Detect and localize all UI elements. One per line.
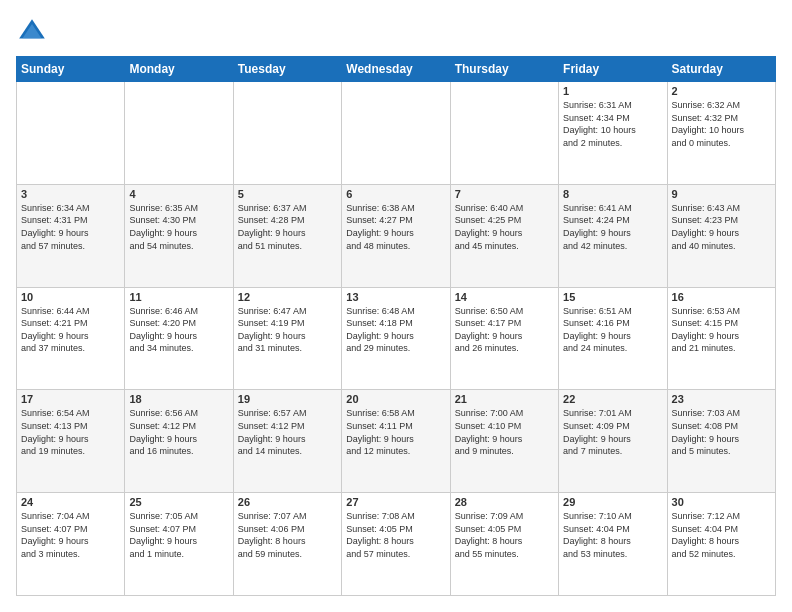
- day-number: 10: [21, 291, 120, 303]
- day-info: Sunrise: 6:40 AM Sunset: 4:25 PM Dayligh…: [455, 202, 554, 252]
- calendar-header-saturday: Saturday: [667, 57, 775, 82]
- calendar-day: 6Sunrise: 6:38 AM Sunset: 4:27 PM Daylig…: [342, 184, 450, 287]
- day-info: Sunrise: 6:50 AM Sunset: 4:17 PM Dayligh…: [455, 305, 554, 355]
- day-info: Sunrise: 7:03 AM Sunset: 4:08 PM Dayligh…: [672, 407, 771, 457]
- calendar-day: [17, 82, 125, 185]
- day-number: 1: [563, 85, 662, 97]
- day-number: 13: [346, 291, 445, 303]
- calendar-day: 5Sunrise: 6:37 AM Sunset: 4:28 PM Daylig…: [233, 184, 341, 287]
- day-info: Sunrise: 6:41 AM Sunset: 4:24 PM Dayligh…: [563, 202, 662, 252]
- calendar-header-monday: Monday: [125, 57, 233, 82]
- day-number: 29: [563, 496, 662, 508]
- day-info: Sunrise: 6:44 AM Sunset: 4:21 PM Dayligh…: [21, 305, 120, 355]
- day-info: Sunrise: 6:32 AM Sunset: 4:32 PM Dayligh…: [672, 99, 771, 149]
- calendar-day: 12Sunrise: 6:47 AM Sunset: 4:19 PM Dayli…: [233, 287, 341, 390]
- calendar-day: 3Sunrise: 6:34 AM Sunset: 4:31 PM Daylig…: [17, 184, 125, 287]
- day-number: 23: [672, 393, 771, 405]
- day-number: 24: [21, 496, 120, 508]
- day-number: 15: [563, 291, 662, 303]
- day-info: Sunrise: 6:46 AM Sunset: 4:20 PM Dayligh…: [129, 305, 228, 355]
- day-info: Sunrise: 7:01 AM Sunset: 4:09 PM Dayligh…: [563, 407, 662, 457]
- calendar-week-5: 24Sunrise: 7:04 AM Sunset: 4:07 PM Dayli…: [17, 493, 776, 596]
- day-info: Sunrise: 6:48 AM Sunset: 4:18 PM Dayligh…: [346, 305, 445, 355]
- day-number: 18: [129, 393, 228, 405]
- day-info: Sunrise: 6:57 AM Sunset: 4:12 PM Dayligh…: [238, 407, 337, 457]
- day-number: 20: [346, 393, 445, 405]
- calendar-day: 7Sunrise: 6:40 AM Sunset: 4:25 PM Daylig…: [450, 184, 558, 287]
- day-number: 25: [129, 496, 228, 508]
- day-number: 30: [672, 496, 771, 508]
- calendar-day: 9Sunrise: 6:43 AM Sunset: 4:23 PM Daylig…: [667, 184, 775, 287]
- calendar-header-friday: Friday: [559, 57, 667, 82]
- calendar-day: 1Sunrise: 6:31 AM Sunset: 4:34 PM Daylig…: [559, 82, 667, 185]
- day-number: 5: [238, 188, 337, 200]
- calendar-day: 25Sunrise: 7:05 AM Sunset: 4:07 PM Dayli…: [125, 493, 233, 596]
- day-number: 26: [238, 496, 337, 508]
- day-info: Sunrise: 6:37 AM Sunset: 4:28 PM Dayligh…: [238, 202, 337, 252]
- calendar-day: 17Sunrise: 6:54 AM Sunset: 4:13 PM Dayli…: [17, 390, 125, 493]
- day-number: 9: [672, 188, 771, 200]
- day-info: Sunrise: 6:34 AM Sunset: 4:31 PM Dayligh…: [21, 202, 120, 252]
- calendar-day: [342, 82, 450, 185]
- day-number: 22: [563, 393, 662, 405]
- calendar-day: 26Sunrise: 7:07 AM Sunset: 4:06 PM Dayli…: [233, 493, 341, 596]
- calendar-week-1: 1Sunrise: 6:31 AM Sunset: 4:34 PM Daylig…: [17, 82, 776, 185]
- day-info: Sunrise: 6:31 AM Sunset: 4:34 PM Dayligh…: [563, 99, 662, 149]
- calendar-day: 4Sunrise: 6:35 AM Sunset: 4:30 PM Daylig…: [125, 184, 233, 287]
- calendar-day: 11Sunrise: 6:46 AM Sunset: 4:20 PM Dayli…: [125, 287, 233, 390]
- day-info: Sunrise: 6:38 AM Sunset: 4:27 PM Dayligh…: [346, 202, 445, 252]
- page: SundayMondayTuesdayWednesdayThursdayFrid…: [0, 0, 792, 612]
- calendar-day: 19Sunrise: 6:57 AM Sunset: 4:12 PM Dayli…: [233, 390, 341, 493]
- logo-icon: [16, 16, 48, 48]
- day-info: Sunrise: 7:12 AM Sunset: 4:04 PM Dayligh…: [672, 510, 771, 560]
- day-info: Sunrise: 6:43 AM Sunset: 4:23 PM Dayligh…: [672, 202, 771, 252]
- calendar-day: 10Sunrise: 6:44 AM Sunset: 4:21 PM Dayli…: [17, 287, 125, 390]
- calendar-day: 8Sunrise: 6:41 AM Sunset: 4:24 PM Daylig…: [559, 184, 667, 287]
- calendar-day: 24Sunrise: 7:04 AM Sunset: 4:07 PM Dayli…: [17, 493, 125, 596]
- day-number: 16: [672, 291, 771, 303]
- day-info: Sunrise: 7:04 AM Sunset: 4:07 PM Dayligh…: [21, 510, 120, 560]
- calendar-day: 30Sunrise: 7:12 AM Sunset: 4:04 PM Dayli…: [667, 493, 775, 596]
- day-info: Sunrise: 6:54 AM Sunset: 4:13 PM Dayligh…: [21, 407, 120, 457]
- calendar-week-4: 17Sunrise: 6:54 AM Sunset: 4:13 PM Dayli…: [17, 390, 776, 493]
- day-info: Sunrise: 7:00 AM Sunset: 4:10 PM Dayligh…: [455, 407, 554, 457]
- day-number: 28: [455, 496, 554, 508]
- day-number: 19: [238, 393, 337, 405]
- calendar-day: 13Sunrise: 6:48 AM Sunset: 4:18 PM Dayli…: [342, 287, 450, 390]
- day-number: 7: [455, 188, 554, 200]
- calendar-header-row: SundayMondayTuesdayWednesdayThursdayFrid…: [17, 57, 776, 82]
- calendar-header-tuesday: Tuesday: [233, 57, 341, 82]
- day-number: 12: [238, 291, 337, 303]
- calendar-header-thursday: Thursday: [450, 57, 558, 82]
- calendar-day: 20Sunrise: 6:58 AM Sunset: 4:11 PM Dayli…: [342, 390, 450, 493]
- day-info: Sunrise: 6:58 AM Sunset: 4:11 PM Dayligh…: [346, 407, 445, 457]
- day-number: 6: [346, 188, 445, 200]
- calendar-day: 14Sunrise: 6:50 AM Sunset: 4:17 PM Dayli…: [450, 287, 558, 390]
- day-number: 27: [346, 496, 445, 508]
- calendar-header-sunday: Sunday: [17, 57, 125, 82]
- day-number: 21: [455, 393, 554, 405]
- header: [16, 16, 776, 48]
- calendar-week-2: 3Sunrise: 6:34 AM Sunset: 4:31 PM Daylig…: [17, 184, 776, 287]
- day-number: 17: [21, 393, 120, 405]
- calendar-day: 23Sunrise: 7:03 AM Sunset: 4:08 PM Dayli…: [667, 390, 775, 493]
- day-number: 3: [21, 188, 120, 200]
- day-info: Sunrise: 7:07 AM Sunset: 4:06 PM Dayligh…: [238, 510, 337, 560]
- day-info: Sunrise: 7:10 AM Sunset: 4:04 PM Dayligh…: [563, 510, 662, 560]
- day-number: 11: [129, 291, 228, 303]
- calendar-day: [125, 82, 233, 185]
- day-number: 2: [672, 85, 771, 97]
- calendar-day: 21Sunrise: 7:00 AM Sunset: 4:10 PM Dayli…: [450, 390, 558, 493]
- day-info: Sunrise: 6:47 AM Sunset: 4:19 PM Dayligh…: [238, 305, 337, 355]
- calendar-day: 27Sunrise: 7:08 AM Sunset: 4:05 PM Dayli…: [342, 493, 450, 596]
- calendar-day: 18Sunrise: 6:56 AM Sunset: 4:12 PM Dayli…: [125, 390, 233, 493]
- calendar-header-wednesday: Wednesday: [342, 57, 450, 82]
- day-info: Sunrise: 6:56 AM Sunset: 4:12 PM Dayligh…: [129, 407, 228, 457]
- day-info: Sunrise: 7:08 AM Sunset: 4:05 PM Dayligh…: [346, 510, 445, 560]
- day-info: Sunrise: 7:05 AM Sunset: 4:07 PM Dayligh…: [129, 510, 228, 560]
- logo: [16, 16, 52, 48]
- calendar-day: 22Sunrise: 7:01 AM Sunset: 4:09 PM Dayli…: [559, 390, 667, 493]
- calendar-week-3: 10Sunrise: 6:44 AM Sunset: 4:21 PM Dayli…: [17, 287, 776, 390]
- calendar-day: [233, 82, 341, 185]
- calendar-day: 28Sunrise: 7:09 AM Sunset: 4:05 PM Dayli…: [450, 493, 558, 596]
